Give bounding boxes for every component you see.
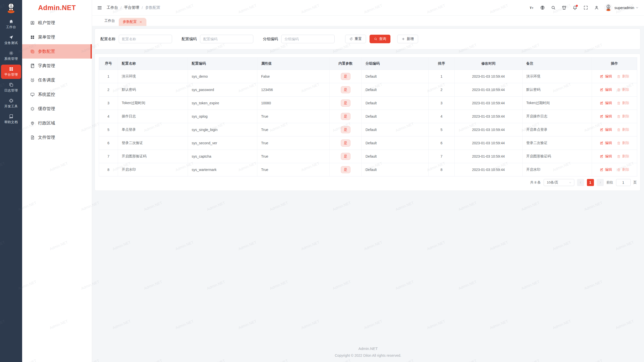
tab-2[interactable]: 参数配置 bbox=[119, 18, 146, 26]
sidebar-item-9[interactable]: 文件管理 bbox=[22, 130, 92, 145]
next-page-button[interactable] bbox=[597, 179, 604, 186]
cell-remark: 开启操作日志 bbox=[522, 110, 592, 123]
sidebar-item-7[interactable]: 缓存管理 bbox=[22, 102, 92, 116]
sidebar-item-1[interactable]: 租户管理 bbox=[22, 16, 92, 30]
goto-label: 前往 bbox=[607, 180, 613, 185]
cell-actions: 编辑删除 bbox=[592, 110, 637, 123]
cell-builtin: 是 bbox=[330, 137, 362, 150]
language-icon bbox=[540, 5, 545, 10]
topbar-actions: TTsuperadmin bbox=[526, 3, 639, 13]
delete-button[interactable]: 删除 bbox=[617, 127, 629, 132]
cell-group: Default bbox=[362, 150, 429, 163]
monitor-icon bbox=[30, 92, 35, 97]
page-size-select[interactable]: 10条/页 bbox=[544, 179, 574, 186]
prev-page-button[interactable] bbox=[577, 179, 584, 186]
search-button[interactable] bbox=[548, 3, 559, 13]
edit-button[interactable]: 编辑 bbox=[600, 114, 612, 119]
edit-button[interactable]: 编辑 bbox=[600, 127, 612, 132]
search-icon bbox=[551, 5, 556, 10]
sidebar-item-2[interactable]: 菜单管理 bbox=[22, 30, 92, 44]
collapse-menu-icon[interactable] bbox=[97, 5, 102, 10]
sidebar-item-6[interactable]: 系统监控 bbox=[22, 87, 92, 102]
cell-time: 2023-01-03 10:59:44 bbox=[455, 97, 522, 110]
cell-builtin: 是 bbox=[330, 123, 362, 136]
edit-label: 编辑 bbox=[605, 167, 612, 172]
edit-button[interactable]: 编辑 bbox=[600, 167, 612, 172]
delete-button[interactable]: 删除 bbox=[617, 141, 629, 145]
query-button[interactable]: 查询 bbox=[370, 35, 390, 43]
builtin-tag: 是 bbox=[341, 73, 350, 80]
edit-button[interactable]: 编辑 bbox=[600, 87, 612, 92]
search-field-label: 配置编码 bbox=[182, 37, 197, 41]
cell-index: 6 bbox=[99, 137, 118, 150]
cell-builtin: 是 bbox=[330, 150, 362, 163]
page-number-1[interactable]: 1 bbox=[587, 179, 594, 186]
edit-icon bbox=[600, 88, 603, 92]
rail-item-7[interactable]: 帮助文档 bbox=[1, 112, 21, 126]
avatar[interactable] bbox=[605, 4, 612, 12]
chevron-left-icon bbox=[579, 181, 582, 184]
search-input-2[interactable] bbox=[200, 35, 253, 43]
add-button[interactable]: 新增 bbox=[397, 35, 418, 43]
sidebar-item-3[interactable]: 参数配置 bbox=[22, 44, 92, 59]
cell-index: 3 bbox=[99, 97, 118, 110]
rail-item-label: 工作台 bbox=[6, 25, 16, 29]
cell-value: True bbox=[257, 163, 330, 176]
footer-copyright: Copyright © 2022 Dilon All rights reserv… bbox=[92, 353, 644, 357]
edit-button[interactable]: 编辑 bbox=[600, 154, 612, 159]
app-logo[interactable] bbox=[0, 0, 22, 16]
theme-button[interactable] bbox=[559, 3, 570, 13]
profile-button[interactable] bbox=[591, 3, 602, 13]
edit-button[interactable]: 编辑 bbox=[600, 74, 612, 79]
sidebar-item-8[interactable]: 行政区域 bbox=[22, 116, 92, 130]
rail-item-label: 业务测试 bbox=[4, 41, 18, 45]
tenant-icon bbox=[30, 21, 35, 25]
delete-label: 删除 bbox=[622, 167, 629, 172]
cell-builtin: 是 bbox=[330, 83, 362, 96]
delete-button[interactable]: 删除 bbox=[617, 87, 629, 92]
main-area: 工作台/平台管理/参数配置 TTsuperadmin 工作台参数配置 配置名称配… bbox=[92, 0, 644, 362]
reset-button[interactable]: 重置 bbox=[345, 35, 366, 43]
sidebar-logo[interactable]: Admin.NET bbox=[22, 0, 92, 16]
delete-button[interactable]: 删除 bbox=[617, 101, 629, 105]
sidebar-item-label: 参数配置 bbox=[38, 49, 55, 54]
rail-item-1[interactable]: 工作台 bbox=[1, 17, 21, 31]
goto-page-input[interactable] bbox=[616, 179, 631, 186]
tab-1[interactable]: 工作台 bbox=[101, 16, 119, 26]
user-name[interactable]: superadmin bbox=[615, 6, 634, 10]
font-size-button[interactable]: TT bbox=[526, 3, 537, 13]
delete-button[interactable]: 删除 bbox=[617, 74, 629, 79]
page-size-value: 10条/页 bbox=[547, 180, 558, 185]
cell-index: 4 bbox=[99, 110, 118, 123]
edit-button[interactable]: 编辑 bbox=[600, 141, 612, 145]
rail-item-5[interactable]: 日志管理 bbox=[1, 80, 21, 95]
rail-item-2[interactable]: 业务测试 bbox=[1, 33, 21, 47]
builtin-tag: 是 bbox=[341, 113, 350, 120]
rail-item-4[interactable]: 平台管理 bbox=[1, 65, 21, 79]
search-input-3[interactable] bbox=[281, 35, 335, 43]
search-input-1[interactable] bbox=[119, 35, 172, 43]
rail-item-3[interactable]: 系统管理 bbox=[1, 49, 21, 63]
cell-time: 2023-01-03 10:59:44 bbox=[455, 163, 522, 176]
close-icon[interactable] bbox=[139, 20, 142, 24]
column-header: 修改时间 bbox=[455, 58, 522, 70]
column-header: 配置名称 bbox=[118, 58, 188, 70]
rail-item-label: 平台管理 bbox=[4, 72, 18, 77]
trash-icon bbox=[617, 75, 621, 78]
column-header: 操作 bbox=[592, 58, 637, 70]
fullscreen-button[interactable] bbox=[580, 3, 591, 13]
builtin-tag: 是 bbox=[341, 140, 350, 147]
chip-icon bbox=[9, 98, 14, 103]
delete-button[interactable]: 删除 bbox=[617, 154, 629, 159]
edit-button[interactable]: 编辑 bbox=[600, 101, 612, 105]
sidebar-item-4[interactable]: 字典管理 bbox=[22, 59, 92, 73]
language-button[interactable] bbox=[537, 3, 548, 13]
rail-item-6[interactable]: 开发工具 bbox=[1, 96, 21, 111]
bell-button[interactable] bbox=[570, 3, 580, 13]
delete-button[interactable]: 删除 bbox=[617, 167, 629, 172]
delete-button[interactable]: 删除 bbox=[617, 114, 629, 119]
breadcrumb-item[interactable]: 平台管理 bbox=[124, 5, 139, 10]
sidebar-item-5[interactable]: 任务调度 bbox=[22, 73, 92, 87]
cell-actions: 编辑删除 bbox=[592, 137, 637, 150]
breadcrumb-item[interactable]: 工作台 bbox=[107, 5, 118, 10]
